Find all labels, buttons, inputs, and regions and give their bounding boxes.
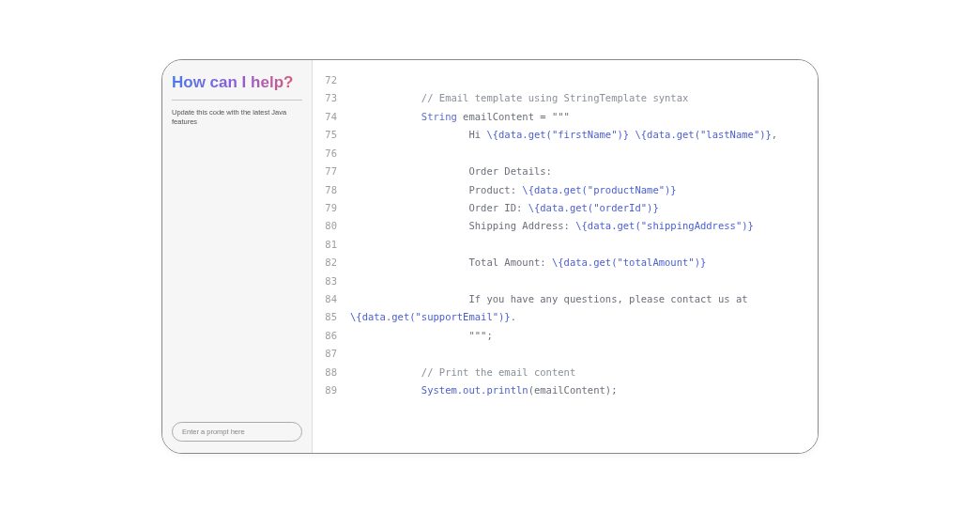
line-number: 77: [316, 163, 350, 180]
code-line: 78 Product: \{data.get("productName")}: [316, 181, 803, 199]
line-content: \{data.get("supportEmail")}.: [350, 308, 803, 326]
code-line: 75 Hi \{data.get("firstName")} \{data.ge…: [316, 126, 803, 144]
line-number: 82: [316, 254, 350, 272]
line-number: 75: [316, 126, 350, 144]
line-content: Total Amount: \{data.get("totalAmount")}: [350, 254, 803, 272]
line-number: 88: [316, 364, 350, 381]
line-number: 85: [316, 308, 350, 326]
line-content: String emailContent = """: [350, 108, 803, 126]
line-content: Hi \{data.get("firstName")} \{data.get("…: [350, 126, 803, 144]
line-content: Order Details:: [350, 163, 803, 180]
line-number: 74: [316, 108, 350, 126]
code-line: 85\{data.get("supportEmail")}.: [316, 308, 803, 326]
line-content: [350, 345, 803, 363]
line-content: [350, 145, 803, 163]
line-number: 73: [316, 89, 350, 107]
line-number: 89: [316, 381, 350, 399]
code-line: 88 // Print the email content: [316, 364, 803, 381]
line-content: // Email template using StringTemplate s…: [350, 89, 803, 107]
app-window: How can I help? Update this code with th…: [161, 59, 819, 454]
line-number: 80: [316, 217, 350, 235]
code-line: 87: [316, 345, 803, 363]
prompt-input[interactable]: [172, 422, 302, 442]
line-number: 81: [316, 236, 350, 254]
code-line: 89 System.out.println(emailContent);: [316, 381, 803, 399]
code-line: 73 // Email template using StringTemplat…: [316, 89, 803, 107]
line-number: 76: [316, 145, 350, 163]
code-line: 86 """;: [316, 327, 803, 345]
sidebar-divider: [172, 100, 302, 101]
line-content: // Print the email content: [350, 364, 803, 381]
line-content: If you have any questions, please contac…: [350, 290, 803, 308]
line-number: 84: [316, 290, 350, 308]
line-content: Shipping Address: \{data.get("shippingAd…: [350, 217, 803, 235]
code-editor[interactable]: 7273 // Email template using StringTempl…: [313, 60, 818, 453]
code-line: 79 Order ID: \{data.get("orderId")}: [316, 199, 803, 217]
sidebar: How can I help? Update this code with th…: [162, 60, 313, 453]
line-content: [350, 236, 803, 254]
line-number: 78: [316, 181, 350, 199]
code-line: 82 Total Amount: \{data.get("totalAmount…: [316, 254, 803, 272]
code-line: 81: [316, 236, 803, 254]
code-line: 77 Order Details:: [316, 163, 803, 180]
line-number: 83: [316, 272, 350, 290]
line-number: 87: [316, 345, 350, 363]
line-content: """;: [350, 327, 803, 345]
code-line: 72: [316, 71, 803, 89]
line-content: [350, 272, 803, 290]
code-line: 74 String emailContent = """: [316, 108, 803, 126]
line-content: [350, 71, 803, 89]
line-content: Order ID: \{data.get("orderId")}: [350, 199, 803, 217]
code-line: 83: [316, 272, 803, 290]
code-line: 84 If you have any questions, please con…: [316, 290, 803, 308]
sidebar-title: How can I help?: [172, 73, 302, 92]
line-content: Product: \{data.get("productName")}: [350, 181, 803, 199]
line-number: 72: [316, 71, 350, 89]
line-content: System.out.println(emailContent);: [350, 381, 803, 399]
line-number: 79: [316, 199, 350, 217]
line-number: 86: [316, 327, 350, 345]
sidebar-prompt-text: Update this code with the latest Java fe…: [172, 108, 302, 127]
code-line: 76: [316, 145, 803, 163]
code-line: 80 Shipping Address: \{data.get("shippin…: [316, 217, 803, 235]
